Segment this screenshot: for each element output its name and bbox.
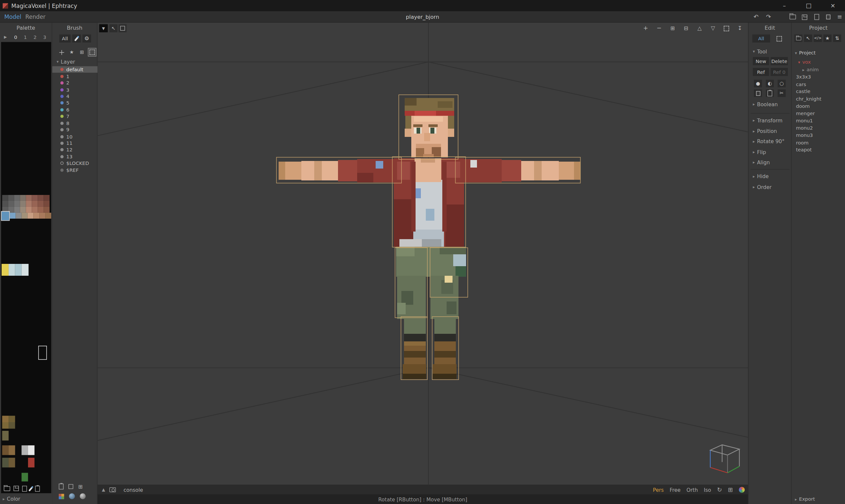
grid-increase-icon[interactable]: ⊞ — [668, 24, 677, 32]
view-mode-pers[interactable]: Pers — [653, 487, 664, 492]
palette-swatch[interactable] — [21, 473, 28, 481]
layer-row-4[interactable]: 4 — [52, 93, 98, 100]
palette-swatch[interactable] — [20, 201, 26, 207]
minimize-button[interactable]: – — [772, 0, 796, 11]
palette-swatch[interactable] — [10, 213, 16, 219]
palette-swatch[interactable] — [21, 213, 28, 219]
sphere-gray-icon[interactable] — [80, 493, 86, 499]
open-file-icon[interactable] — [788, 13, 797, 22]
section-align[interactable]: ▸Align — [753, 159, 770, 165]
section-rotate90[interactable]: ▸Rotate 90° — [753, 139, 785, 144]
layer-row-2[interactable]: 2 — [52, 79, 98, 86]
grid-decrease-icon[interactable]: ⊟ — [682, 24, 690, 32]
shape-square-icon[interactable] — [68, 484, 73, 489]
select-tool-button[interactable]: ↖ — [109, 24, 117, 32]
section-transform[interactable]: ▸Transform — [753, 118, 782, 123]
palette-swatch[interactable] — [8, 201, 14, 207]
layer-row-12[interactable]: 12 — [52, 146, 98, 153]
section-flip[interactable]: ▸Flip — [753, 149, 766, 155]
ref0-button[interactable]: Ref 0 — [771, 68, 788, 76]
expand-icon[interactable] — [722, 24, 731, 32]
palette-swatch[interactable] — [2, 431, 9, 440]
new-button[interactable]: New — [753, 57, 769, 65]
project-tree-item-anim[interactable]: ▸ anim — [803, 66, 818, 73]
cut-icon[interactable]: ✂ — [778, 89, 786, 97]
expand-panel-icon[interactable] — [775, 34, 784, 42]
palette-swatch[interactable] — [8, 422, 15, 429]
palette-swatch[interactable] — [38, 201, 43, 207]
layer-row-13[interactable]: 13 — [52, 154, 98, 160]
palette-swatch[interactable] — [2, 422, 9, 429]
project-cursor-icon[interactable]: ↖ — [804, 34, 812, 42]
save-icon[interactable] — [800, 13, 809, 22]
paste-pattern-icon[interactable] — [59, 484, 64, 489]
project-tree-item-monu2[interactable]: monu2 — [796, 125, 813, 131]
palette-swatch[interactable] — [26, 195, 32, 201]
export-section[interactable]: ▸ Export — [795, 496, 815, 503]
layer-row-7[interactable]: 7 — [52, 113, 98, 120]
layer-row-1[interactable]: 1 — [52, 73, 98, 79]
save-as-icon[interactable] — [812, 13, 821, 22]
palette-swatch[interactable] — [15, 264, 22, 276]
palette-swatch[interactable] — [21, 264, 29, 276]
redo-icon[interactable]: ↷ — [763, 13, 773, 22]
maximize-button[interactable]: □ — [796, 0, 821, 11]
layer-row-10[interactable]: 10 — [52, 133, 98, 140]
palette-new-icon[interactable] — [22, 486, 27, 491]
palette-swatch[interactable] — [38, 195, 43, 201]
palette-swatch[interactable] — [28, 458, 35, 467]
zoom-out-icon[interactable]: − — [655, 24, 664, 32]
palette-swatch[interactable] — [32, 201, 38, 207]
palette-swatch[interactable] — [8, 195, 14, 201]
palette-swatch[interactable] — [28, 213, 33, 219]
viewport-canvas[interactable] — [98, 23, 748, 485]
palette-swatch[interactable] — [45, 213, 51, 219]
project-tree-item-monu3[interactable]: monu3 — [796, 132, 813, 139]
project-sort-icon[interactable]: ⇅ — [833, 34, 841, 42]
palette-swatch[interactable] — [2, 212, 9, 220]
rotate-view-icon[interactable]: ↻ — [717, 486, 722, 493]
palette-swatch[interactable] — [39, 213, 45, 219]
palette-swatch[interactable] — [8, 264, 15, 276]
shape-half-icon[interactable]: ◐ — [766, 80, 774, 87]
palette-swatch[interactable] — [32, 195, 38, 201]
view-mode-iso[interactable]: Iso — [704, 487, 711, 492]
color-wheel-icon[interactable] — [739, 487, 745, 492]
palette-swatch[interactable] — [43, 201, 50, 207]
camera-icon[interactable] — [110, 487, 116, 492]
layer-row-default[interactable]: default — [52, 66, 98, 73]
palette-swatch[interactable] — [21, 445, 28, 455]
shape-grid-icon[interactable]: ⊞ — [78, 484, 83, 489]
grid-tool-icon[interactable]: ⊞ — [78, 49, 86, 56]
palette-swatch[interactable] — [8, 458, 15, 467]
duplicate-icon[interactable] — [824, 13, 833, 22]
palette-swatch[interactable] — [2, 445, 9, 455]
layer-row-6[interactable]: 6 — [52, 107, 98, 113]
palette-swatch[interactable] — [20, 195, 26, 201]
palette-swatch[interactable] — [38, 207, 43, 213]
palette-swatch[interactable] — [16, 213, 21, 219]
shape-ring-icon[interactable]: ○ — [778, 80, 786, 87]
project-tree-item-teapot[interactable]: teapot — [796, 146, 812, 153]
color-grid-icon[interactable] — [59, 493, 64, 499]
palette-swatch[interactable] — [8, 416, 15, 422]
orientation-gizmo[interactable] — [710, 445, 739, 473]
sphere-shaded-icon[interactable] — [69, 493, 75, 499]
box-select-button[interactable] — [119, 24, 126, 32]
project-tree-item-doom[interactable]: doom — [796, 103, 810, 109]
palette-swatch[interactable] — [2, 264, 8, 276]
project-tree-item-vox[interactable]: ▾ vox — [798, 59, 811, 65]
view-mode-orth[interactable]: Orth — [687, 487, 698, 492]
project-tree-item-cars[interactable]: cars — [796, 81, 806, 88]
palette-swatch[interactable] — [43, 195, 50, 201]
palette-open-icon[interactable] — [4, 486, 10, 491]
triangle-up-icon[interactable]: △ — [695, 24, 704, 32]
section-order[interactable]: ▸Order — [753, 184, 772, 190]
project-tree-item-room[interactable]: room — [796, 139, 808, 146]
palette-swatch[interactable] — [20, 207, 26, 213]
copy-icon[interactable] — [754, 89, 762, 97]
layer-row-5[interactable]: 5 — [52, 100, 98, 106]
download-icon[interactable]: ↧ — [736, 24, 744, 32]
palette-save-icon[interactable] — [14, 486, 19, 491]
palette-edit-icon[interactable] — [29, 486, 33, 491]
